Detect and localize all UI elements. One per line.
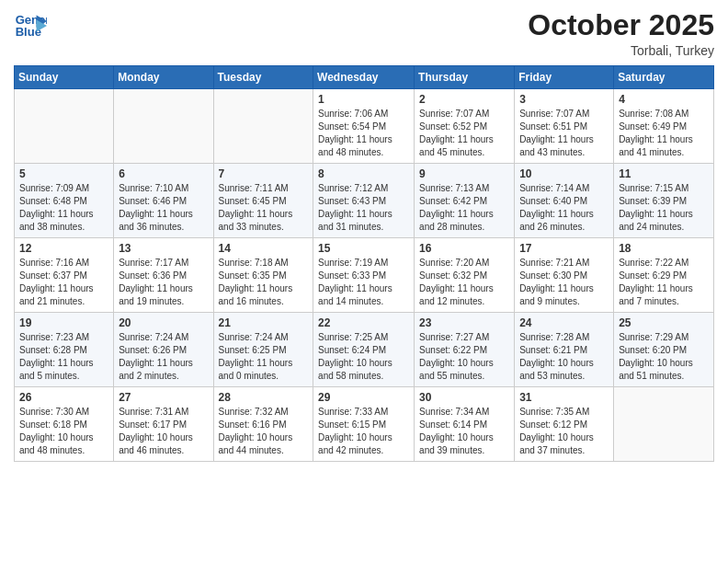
day-info: Sunrise: 7:30 AM Sunset: 6:18 PM Dayligh… xyxy=(19,407,94,455)
day-cell: 25Sunrise: 7:29 AM Sunset: 6:20 PM Dayli… xyxy=(614,313,714,387)
day-number: 28 xyxy=(219,391,309,404)
day-cell: 11Sunrise: 7:15 AM Sunset: 6:39 PM Dayli… xyxy=(614,164,714,238)
calendar: Sunday Monday Tuesday Wednesday Thursday… xyxy=(14,65,714,462)
day-cell xyxy=(114,89,213,164)
day-number: 21 xyxy=(219,316,309,329)
header: General Blue October 2025 Torbali, Turke… xyxy=(14,9,714,58)
page: General Blue October 2025 Torbali, Turke… xyxy=(0,0,728,563)
week-row-2: 5Sunrise: 7:09 AM Sunset: 6:48 PM Daylig… xyxy=(15,164,714,238)
day-cell: 17Sunrise: 7:21 AM Sunset: 6:30 PM Dayli… xyxy=(515,238,614,313)
day-number: 12 xyxy=(19,242,108,255)
header-row: Sunday Monday Tuesday Wednesday Thursday… xyxy=(15,66,714,89)
month-title: October 2025 xyxy=(528,9,714,41)
week-row-3: 12Sunrise: 7:16 AM Sunset: 6:37 PM Dayli… xyxy=(15,238,714,313)
logo-icon: General Blue xyxy=(14,9,47,42)
day-cell: 18Sunrise: 7:22 AM Sunset: 6:29 PM Dayli… xyxy=(614,238,714,313)
day-number: 31 xyxy=(519,391,609,404)
col-monday: Monday xyxy=(114,66,213,89)
col-tuesday: Tuesday xyxy=(213,66,313,89)
day-cell: 26Sunrise: 7:30 AM Sunset: 6:18 PM Dayli… xyxy=(15,387,114,462)
day-cell: 29Sunrise: 7:33 AM Sunset: 6:15 PM Dayli… xyxy=(313,387,415,462)
day-cell: 5Sunrise: 7:09 AM Sunset: 6:48 PM Daylig… xyxy=(15,164,114,238)
day-info: Sunrise: 7:19 AM Sunset: 6:33 PM Dayligh… xyxy=(318,258,392,306)
day-cell: 1Sunrise: 7:06 AM Sunset: 6:54 PM Daylig… xyxy=(313,89,415,164)
day-info: Sunrise: 7:07 AM Sunset: 6:51 PM Dayligh… xyxy=(519,109,594,157)
day-info: Sunrise: 7:15 AM Sunset: 6:39 PM Dayligh… xyxy=(619,183,693,232)
day-number: 5 xyxy=(19,167,108,180)
day-info: Sunrise: 7:18 AM Sunset: 6:35 PM Dayligh… xyxy=(219,258,293,306)
day-number: 16 xyxy=(419,242,509,255)
day-info: Sunrise: 7:12 AM Sunset: 6:43 PM Dayligh… xyxy=(318,183,392,232)
day-number: 4 xyxy=(619,93,709,106)
day-number: 6 xyxy=(119,167,208,180)
location: Torbali, Turkey xyxy=(528,43,714,58)
day-cell: 15Sunrise: 7:19 AM Sunset: 6:33 PM Dayli… xyxy=(313,238,415,313)
day-number: 30 xyxy=(419,391,509,404)
week-row-5: 26Sunrise: 7:30 AM Sunset: 6:18 PM Dayli… xyxy=(15,387,714,462)
day-cell: 19Sunrise: 7:23 AM Sunset: 6:28 PM Dayli… xyxy=(15,313,114,387)
day-info: Sunrise: 7:10 AM Sunset: 6:46 PM Dayligh… xyxy=(119,183,193,232)
day-info: Sunrise: 7:21 AM Sunset: 6:30 PM Dayligh… xyxy=(519,258,594,306)
day-cell: 23Sunrise: 7:27 AM Sunset: 6:22 PM Dayli… xyxy=(415,313,515,387)
day-cell: 3Sunrise: 7:07 AM Sunset: 6:51 PM Daylig… xyxy=(515,89,614,164)
day-info: Sunrise: 7:34 AM Sunset: 6:14 PM Dayligh… xyxy=(419,407,494,455)
day-number: 13 xyxy=(119,242,208,255)
day-cell: 7Sunrise: 7:11 AM Sunset: 6:45 PM Daylig… xyxy=(213,164,313,238)
day-cell: 6Sunrise: 7:10 AM Sunset: 6:46 PM Daylig… xyxy=(114,164,213,238)
day-info: Sunrise: 7:06 AM Sunset: 6:54 PM Dayligh… xyxy=(318,109,392,157)
day-cell: 20Sunrise: 7:24 AM Sunset: 6:26 PM Dayli… xyxy=(114,313,213,387)
day-cell: 8Sunrise: 7:12 AM Sunset: 6:43 PM Daylig… xyxy=(313,164,415,238)
day-info: Sunrise: 7:27 AM Sunset: 6:22 PM Dayligh… xyxy=(419,332,494,381)
day-cell xyxy=(614,387,714,462)
day-cell: 21Sunrise: 7:24 AM Sunset: 6:25 PM Dayli… xyxy=(213,313,313,387)
day-info: Sunrise: 7:20 AM Sunset: 6:32 PM Dayligh… xyxy=(419,258,494,306)
day-info: Sunrise: 7:17 AM Sunset: 6:36 PM Dayligh… xyxy=(119,258,193,306)
day-info: Sunrise: 7:14 AM Sunset: 6:40 PM Dayligh… xyxy=(519,183,594,232)
day-cell: 2Sunrise: 7:07 AM Sunset: 6:52 PM Daylig… xyxy=(415,89,515,164)
week-row-4: 19Sunrise: 7:23 AM Sunset: 6:28 PM Dayli… xyxy=(15,313,714,387)
day-number: 24 xyxy=(519,316,609,329)
day-info: Sunrise: 7:11 AM Sunset: 6:45 PM Dayligh… xyxy=(219,183,293,232)
day-cell: 27Sunrise: 7:31 AM Sunset: 6:17 PM Dayli… xyxy=(114,387,213,462)
day-number: 14 xyxy=(219,242,309,255)
title-area: October 2025 Torbali, Turkey xyxy=(528,9,714,58)
day-info: Sunrise: 7:33 AM Sunset: 6:15 PM Dayligh… xyxy=(318,407,392,455)
day-info: Sunrise: 7:29 AM Sunset: 6:20 PM Dayligh… xyxy=(619,332,693,381)
col-friday: Friday xyxy=(515,66,614,89)
day-number: 11 xyxy=(619,167,709,180)
col-thursday: Thursday xyxy=(415,66,515,89)
day-cell: 14Sunrise: 7:18 AM Sunset: 6:35 PM Dayli… xyxy=(213,238,313,313)
day-number: 1 xyxy=(318,93,409,106)
day-number: 25 xyxy=(619,316,709,329)
day-info: Sunrise: 7:07 AM Sunset: 6:52 PM Dayligh… xyxy=(419,109,494,157)
day-cell xyxy=(213,89,313,164)
day-number: 19 xyxy=(19,316,108,329)
col-wednesday: Wednesday xyxy=(313,66,415,89)
day-cell: 4Sunrise: 7:08 AM Sunset: 6:49 PM Daylig… xyxy=(614,89,714,164)
day-info: Sunrise: 7:22 AM Sunset: 6:29 PM Dayligh… xyxy=(619,258,693,306)
day-info: Sunrise: 7:32 AM Sunset: 6:16 PM Dayligh… xyxy=(219,407,293,455)
day-number: 18 xyxy=(619,242,709,255)
day-cell: 13Sunrise: 7:17 AM Sunset: 6:36 PM Dayli… xyxy=(114,238,213,313)
day-cell: 12Sunrise: 7:16 AM Sunset: 6:37 PM Dayli… xyxy=(15,238,114,313)
day-cell xyxy=(15,89,114,164)
day-number: 2 xyxy=(419,93,509,106)
day-info: Sunrise: 7:25 AM Sunset: 6:24 PM Dayligh… xyxy=(318,332,392,381)
col-sunday: Sunday xyxy=(15,66,114,89)
day-number: 27 xyxy=(119,391,208,404)
day-number: 22 xyxy=(318,316,409,329)
day-info: Sunrise: 7:24 AM Sunset: 6:26 PM Dayligh… xyxy=(119,332,193,381)
day-cell: 31Sunrise: 7:35 AM Sunset: 6:12 PM Dayli… xyxy=(515,387,614,462)
day-info: Sunrise: 7:08 AM Sunset: 6:49 PM Dayligh… xyxy=(619,109,693,157)
day-info: Sunrise: 7:13 AM Sunset: 6:42 PM Dayligh… xyxy=(419,183,494,232)
day-cell: 22Sunrise: 7:25 AM Sunset: 6:24 PM Dayli… xyxy=(313,313,415,387)
day-cell: 30Sunrise: 7:34 AM Sunset: 6:14 PM Dayli… xyxy=(415,387,515,462)
col-saturday: Saturday xyxy=(614,66,714,89)
day-number: 9 xyxy=(419,167,509,180)
day-number: 23 xyxy=(419,316,509,329)
day-info: Sunrise: 7:16 AM Sunset: 6:37 PM Dayligh… xyxy=(19,258,94,306)
day-number: 7 xyxy=(219,167,309,180)
day-number: 26 xyxy=(19,391,108,404)
day-number: 15 xyxy=(318,242,409,255)
day-info: Sunrise: 7:24 AM Sunset: 6:25 PM Dayligh… xyxy=(219,332,293,381)
